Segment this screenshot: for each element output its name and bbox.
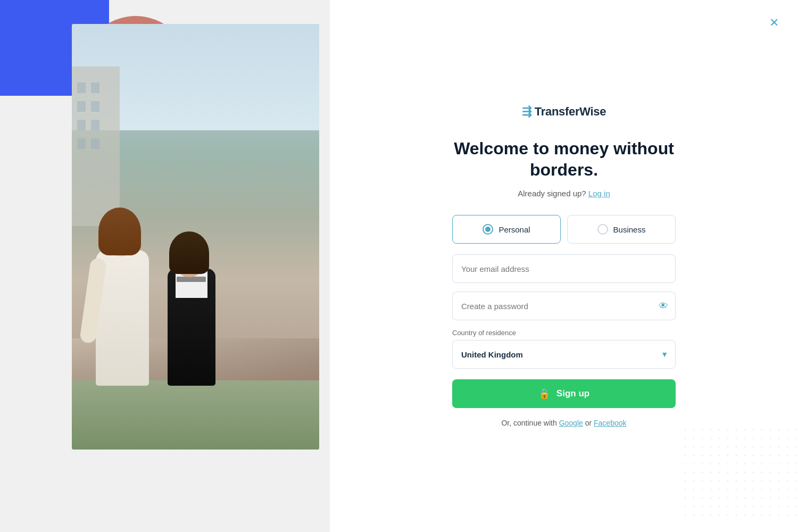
password-group: 👁 [452, 292, 676, 320]
login-link[interactable]: Log in [588, 189, 610, 198]
country-label: Country of residence [452, 329, 676, 337]
left-panel [0, 0, 330, 532]
account-type-row: Personal Business [452, 215, 676, 244]
logo-text: TransferWise [535, 105, 606, 119]
signup-button[interactable]: 🔒 Sign up [452, 379, 676, 408]
hero-photo [72, 24, 319, 450]
signup-label: Sign up [556, 388, 589, 399]
personal-account-button[interactable]: Personal [452, 215, 561, 244]
lock-icon: 🔒 [538, 388, 550, 400]
personal-label: Personal [498, 225, 530, 234]
subtext: Already signed up? Log in [452, 189, 676, 198]
right-panel: ✕ ⇶ TransferWise Welcome to money withou… [330, 0, 798, 532]
signup-form: ⇶ TransferWise Welcome to money without … [452, 105, 676, 427]
business-label: Business [613, 225, 646, 234]
country-group: Country of residence United Kingdom Unit… [452, 329, 676, 369]
logo: ⇶ TransferWise [452, 105, 676, 119]
personal-radio-dot [485, 227, 491, 232]
business-account-button[interactable]: Business [567, 215, 676, 244]
dot-pattern-decoration [681, 426, 798, 521]
country-select-wrapper: United Kingdom United States Germany Fra… [452, 340, 676, 369]
show-password-icon[interactable]: 👁 [659, 301, 668, 312]
logo-icon: ⇶ [522, 105, 531, 119]
email-group [452, 254, 676, 283]
business-radio [597, 224, 608, 235]
page-title: Welcome to money without borders. [452, 138, 676, 180]
country-select[interactable]: United Kingdom United States Germany Fra… [452, 340, 676, 369]
google-link[interactable]: Google [559, 419, 583, 427]
email-input[interactable] [452, 254, 676, 283]
password-input[interactable] [452, 292, 676, 320]
personal-radio [483, 224, 493, 235]
facebook-link[interactable]: Facebook [594, 419, 626, 427]
social-login-text: Or, continue with Google or Facebook [452, 419, 676, 427]
close-button[interactable]: ✕ [767, 15, 781, 31]
